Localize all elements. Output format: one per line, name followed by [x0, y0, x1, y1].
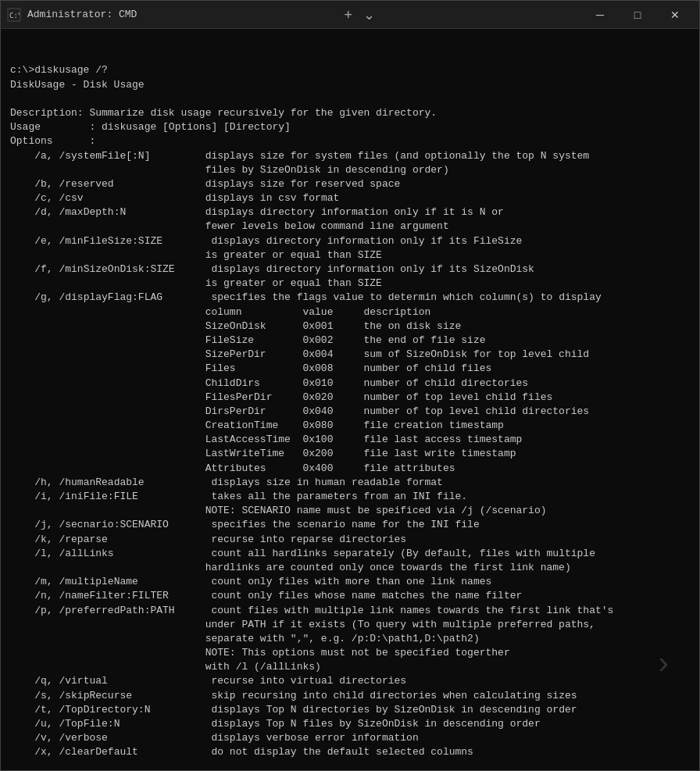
terminal-line: c:\>diskusage /? [10, 63, 690, 77]
window-title: Administrator: CMD [27, 9, 137, 20]
terminal-line: Usage : diskusage [Options] [Directory] [10, 120, 690, 134]
scroll-arrow-overlay: › [640, 614, 687, 661]
terminal-output[interactable]: c:\>diskusage /?DiskUsage - Disk Usage D… [1, 29, 699, 770]
terminal-line: FileSize 0x002 the end of file size [10, 334, 690, 348]
terminal-line: /v, /verbose displays verbose error info… [10, 731, 690, 745]
terminal-line: Attributes 0x400 file attributes [10, 462, 690, 476]
terminal-line: /s, /skipRecurse skip recursing into chi… [10, 689, 690, 703]
cmd-window: C:\ Administrator: CMD + ⌄ ─ □ ✕ c:\>dis… [0, 0, 700, 771]
tab-dropdown-button[interactable]: ⌄ [359, 6, 380, 23]
terminal-line: CreationTime 0x080 file creation timesta… [10, 419, 690, 433]
terminal-line: /b, /reserved displays size for reserved… [10, 177, 690, 191]
titlebar: C:\ Administrator: CMD + ⌄ ─ □ ✕ [1, 1, 699, 29]
terminal-line: /e, /minFileSize:SIZE displays directory… [10, 234, 690, 248]
terminal-line: /t, /TopDirectory:N displays Top N direc… [10, 703, 690, 717]
terminal-line: /n, /nameFilter:FILTER count only files … [10, 589, 690, 603]
terminal-line: /p, /preferredPath:PATH count files with… [10, 604, 690, 618]
terminal-line: with /l (/allLinks) [10, 660, 690, 674]
terminal-line: files by SizeOnDisk in descending order) [10, 163, 690, 177]
terminal-line: /q, /virtual recurse into virtual direct… [10, 674, 690, 688]
terminal-line: fewer levels below command line argument [10, 220, 690, 234]
close-button[interactable]: ✕ [657, 2, 693, 27]
terminal-line: Files 0x008 number of child files [10, 362, 690, 376]
terminal-line: ChildDirs 0x010 number of child director… [10, 377, 690, 391]
cmd-icon: C:\ [7, 8, 21, 22]
terminal-line: /c, /csv displays in csv format [10, 191, 690, 205]
terminal-line: /a, /systemFile[:N] displays size for sy… [10, 149, 690, 163]
terminal-line: /j, /secnario:SCENARIO specifies the sce… [10, 518, 690, 532]
terminal-line: NOTE: SCENARIO name must be speificed vi… [10, 504, 690, 518]
terminal-line: LastAccessTime 0x100 file last access ti… [10, 433, 690, 447]
terminal-line: DirsPerDir 0x040 number of top level chi… [10, 405, 690, 419]
terminal-line [10, 92, 690, 106]
svg-text:C:\: C:\ [9, 12, 20, 20]
terminal-line: is greater or equal than SIZE [10, 248, 690, 262]
right-arrow-icon: › [640, 642, 687, 689]
terminal-line: hardlinks are counted only once towards … [10, 561, 690, 575]
terminal-line: /k, /reparse recurse into reparse direct… [10, 533, 690, 547]
terminal-line: /i, /iniFile:FILE takes all the paramete… [10, 490, 690, 504]
terminal-line: LastWriteTime 0x200 file last write time… [10, 447, 690, 461]
terminal-line: Options : [10, 134, 690, 148]
terminal-line: DiskUsage - Disk Usage [10, 78, 690, 92]
terminal-line: SizePerDir 0x004 sum of SizeOnDisk for t… [10, 348, 690, 362]
terminal-line: under PATH if it exists (To query with m… [10, 618, 690, 632]
terminal-line: /m, /multipleName count only files with … [10, 575, 690, 589]
terminal-line: /f, /minSizeOnDisk:SIZE displays directo… [10, 262, 690, 277]
terminal-line: Description: Summarize disk usage recurs… [10, 106, 690, 120]
terminal-line: /h, /humanReadable displays size in huma… [10, 476, 690, 490]
terminal-line: /x, /clearDefault do not display the def… [10, 745, 690, 759]
minimize-button[interactable]: ─ [582, 2, 618, 27]
terminal-line: /l, /allLinks count all hardlinks separa… [10, 547, 690, 561]
new-tab-button[interactable]: + [339, 6, 357, 23]
terminal-line: is greater or equal than SIZE [10, 277, 690, 291]
terminal-line: /u, /TopFile:N displays Top N files by S… [10, 717, 690, 731]
titlebar-left: C:\ Administrator: CMD [7, 8, 137, 22]
terminal-line: FilesPerDir 0x020 number of top level ch… [10, 391, 690, 405]
terminal-line: separate with ",", e.g. /p:D:\path1,D:\p… [10, 632, 690, 646]
terminal-line: NOTE: This options must not be specified… [10, 646, 690, 660]
titlebar-controls: ─ □ ✕ [582, 2, 693, 27]
terminal-line: /d, /maxDepth:N displays directory infor… [10, 205, 690, 220]
terminal-line: column value description [10, 305, 690, 319]
terminal-line: SizeOnDisk 0x001 the on disk size [10, 319, 690, 334]
terminal-line: /g, /displayFlag:FLAG specifies the flag… [10, 291, 690, 305]
maximize-button[interactable]: □ [620, 2, 655, 27]
titlebar-tabs[interactable]: + ⌄ [339, 6, 380, 23]
